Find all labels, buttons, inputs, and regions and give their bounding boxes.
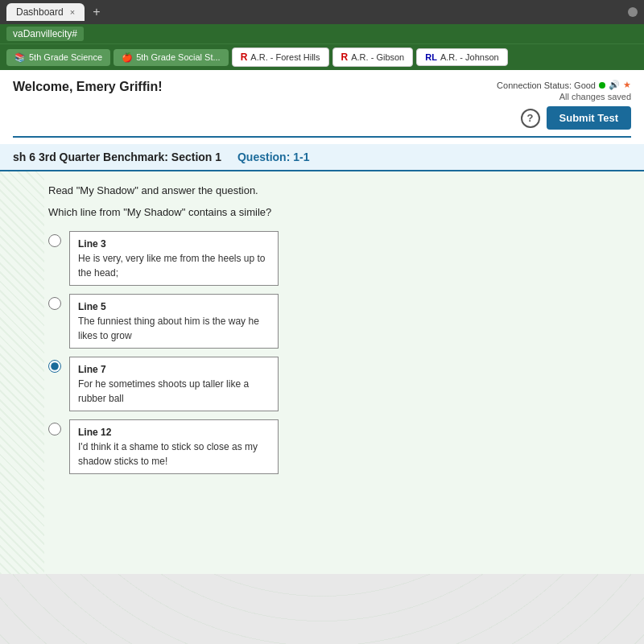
welcome-row: Welcome, Emery Griffin! Connection Statu… (13, 80, 631, 101)
read-instruction: Read "My Shadow" and answer the question… (48, 184, 631, 196)
browser-chrome: Dashboard × + (0, 0, 644, 24)
option-1-radio[interactable] (48, 234, 61, 247)
connection-label: Connection Status: Good (497, 80, 596, 90)
tab-ar-gibson[interactable]: R A.R. - Gibson (332, 47, 414, 67)
rl-icon: RL (425, 52, 437, 62)
address-bar: vaDanvillecity# (0, 24, 644, 43)
tab-bar: Dashboard × + (6, 3, 105, 21)
new-tab-button[interactable]: + (88, 5, 105, 19)
science-label: 5th Grade Science (29, 52, 102, 62)
science-icon: 📚 (14, 52, 26, 63)
star-icon: ★ (623, 80, 631, 90)
list-item: Line 12 I'd think it a shame to stick so… (48, 419, 631, 474)
saved-status: All changes saved (497, 92, 631, 101)
ar-forest-hills-label: A.R. - Forest Hills (250, 52, 320, 62)
tab-ar-forest-hills[interactable]: R A.R. - Forest Hills (232, 47, 329, 67)
question-label: Question: 1-1 (237, 151, 309, 163)
help-button[interactable]: ? (521, 109, 540, 128)
option-3-radio[interactable] (48, 360, 61, 373)
section-header: sh 6 3rd Quarter Benchmark: Section 1 Qu… (0, 144, 644, 171)
option-4-radio[interactable] (48, 423, 61, 436)
question-text: Which line from "My Shadow" contains a s… (48, 206, 631, 218)
connection-area: Connection Status: Good 🔊 ★ All changes … (497, 80, 631, 101)
tab-social-studies[interactable]: 🍎 5th Grade Social St... (114, 49, 229, 66)
option-1-text: He is very, very like me from the heels … (78, 251, 270, 280)
status-dot (599, 82, 605, 89)
question-area: Read "My Shadow" and answer the question… (0, 171, 644, 574)
option-1-box: Line 3 He is very, very like me from the… (69, 231, 279, 286)
tab-label: Dashboard (16, 6, 64, 18)
list-item: Line 3 He is very, very like me from the… (48, 231, 631, 286)
option-2-line: Line 5 (78, 299, 270, 314)
welcome-message: Welcome, Emery Griffin! (13, 80, 163, 94)
option-4-box: Line 12 I'd think it a shame to stick so… (69, 419, 279, 474)
nav-tabs: 📚 5th Grade Science 🍎 5th Grade Social S… (0, 43, 644, 70)
list-item: Line 5 The funniest thing about him is t… (48, 294, 631, 349)
active-tab[interactable]: Dashboard × (6, 3, 85, 21)
address-text[interactable]: vaDanvillecity# (6, 27, 84, 41)
apple-icon: 🍎 (122, 52, 133, 63)
r-icon-2: R (341, 52, 349, 63)
option-3-box: Line 7 For he sometimes shoots up taller… (69, 357, 279, 411)
option-4-line: Line 12 (78, 425, 270, 440)
option-4-text: I'd think it a shame to stick so close a… (78, 440, 270, 469)
social-label: 5th Grade Social St... (136, 52, 221, 62)
option-1-line: Line 3 (78, 237, 270, 251)
option-2-radio[interactable] (48, 297, 61, 310)
option-2-text: The funniest thing about him is the way … (78, 314, 270, 343)
section-title: sh 6 3rd Quarter Benchmark: Section 1 (13, 151, 221, 163)
option-3-line: Line 7 (78, 362, 270, 377)
tab-close-button[interactable]: × (70, 7, 75, 17)
tab-ar-johnson[interactable]: RL A.R. - Johnson (416, 48, 507, 66)
toolbar-row: ? Submit Test (13, 106, 631, 138)
tab-science[interactable]: 📚 5th Grade Science (6, 49, 110, 66)
r-icon-1: R (241, 52, 248, 63)
option-3-text: For he sometimes shoots up taller like a… (78, 377, 270, 406)
ar-johnson-label: A.R. - Johnson (440, 52, 499, 62)
answer-options: Line 3 He is very, very like me from the… (48, 231, 631, 474)
main-header: Welcome, Emery Griffin! Connection Statu… (0, 70, 644, 144)
list-item: Line 7 For he sometimes shoots up taller… (48, 357, 631, 411)
ar-gibson-label: A.R. - Gibson (351, 52, 404, 62)
browser-menu-dot[interactable] (628, 7, 638, 17)
connection-status: Connection Status: Good 🔊 ★ (497, 80, 631, 90)
option-2-box: Line 5 The funniest thing about him is t… (69, 294, 279, 349)
submit-test-button[interactable]: Submit Test (547, 106, 631, 130)
sound-icon: 🔊 (609, 80, 620, 90)
